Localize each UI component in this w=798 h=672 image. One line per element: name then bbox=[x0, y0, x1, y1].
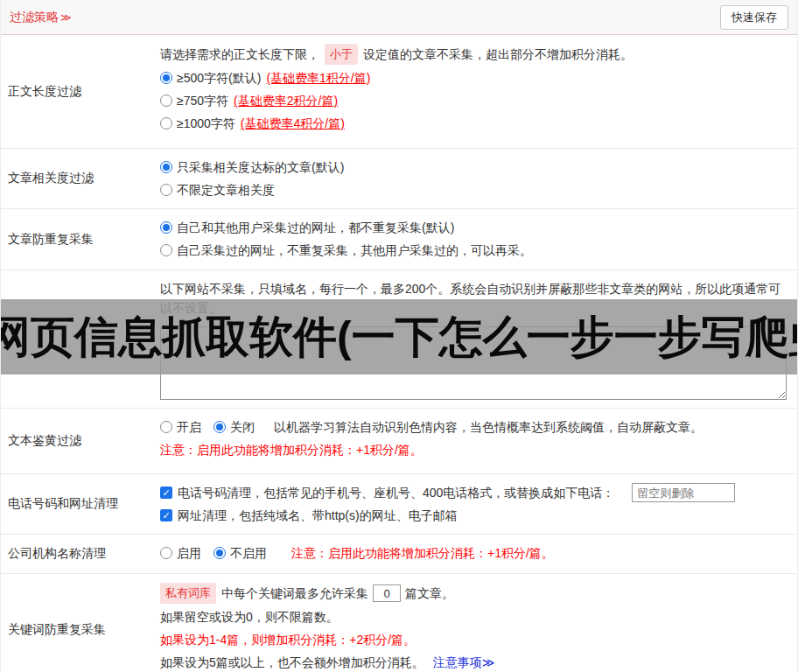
row-relevance-filter: 文章相关度过滤 只采集相关度达标的文章(默认) 不限定文章相关度 bbox=[1, 149, 797, 209]
radio-icon bbox=[214, 547, 226, 559]
radio-label: ≥500字符(默认) bbox=[177, 68, 261, 88]
radio-company-enable[interactable]: 启用 bbox=[160, 543, 201, 563]
quick-save-button[interactable]: 快速保存 bbox=[720, 5, 788, 30]
radio-label: 关闭 bbox=[230, 417, 255, 437]
row-keyword-dedup: 关键词防重复采集 私有词库 中每个关键词最多允许采集 篇文章。 如果留空或设为0… bbox=[1, 574, 797, 672]
filter-strategy-page: 过滤策略≫ 快速保存 正文长度过滤 请选择需求的正文长度下限， 小于 设定值的文… bbox=[0, 0, 798, 672]
radio-label: 自己和其他用户采集过的网址，都不重复采集(默认) bbox=[177, 218, 454, 237]
row-company-name-cleanup: 公司机构名称清理 启用 不启用 注意：启用此功能将增加积分消耗：+1积分/篇。 bbox=[1, 535, 797, 574]
radio-company-disable[interactable]: 不启用 bbox=[214, 543, 267, 563]
radio-label: ≥750字符 bbox=[177, 91, 228, 110]
body-length-intro: 请选择需求的正文长度下限， 小于 设定值的文章不采集，超出部分不增加积分消耗。 bbox=[160, 44, 788, 65]
radio-icon bbox=[160, 244, 172, 256]
porn-filter-note: 注意：启用此功能将增加积分消耗：+1积分/篇。 bbox=[160, 440, 423, 459]
keyword-line1-post: 篇文章。 bbox=[405, 584, 454, 603]
keyword-max-count-input[interactable] bbox=[373, 584, 401, 602]
company-note: 注意：启用此功能将增加积分消耗：+1积分/篇。 bbox=[291, 543, 554, 563]
checkbox-label: 电话号码清理，包括常见的手机号、座机号、400电话格式，或替换成如下电话： bbox=[178, 483, 614, 502]
keyword-label: 关键词防重复采集 bbox=[1, 574, 151, 672]
radio-icon bbox=[214, 421, 226, 433]
row-body-length-filter: 正文长度过滤 请选择需求的正文长度下限， 小于 设定值的文章不采集，超出部分不增… bbox=[1, 35, 797, 149]
radio-option-500-chars[interactable]: ≥500字符(默认) (基础费率1积分/篇) bbox=[160, 68, 370, 88]
radio-label: 不启用 bbox=[230, 543, 267, 563]
less-than-tag: 小于 bbox=[325, 44, 358, 65]
phone-url-label: 电话号码和网址清理 bbox=[1, 474, 151, 534]
row-phone-url-cleanup: 电话号码和网址清理 电话号码清理，包括常见的手机号、座机号、400电话格式，或替… bbox=[1, 474, 797, 535]
radio-porn-off[interactable]: 关闭 bbox=[214, 417, 255, 437]
radio-icon bbox=[160, 161, 172, 173]
intro-text-post: 设定值的文章不采集，超出部分不增加积分消耗。 bbox=[363, 45, 633, 64]
checkbox-icon bbox=[160, 509, 172, 522]
intro-text-pre: 请选择需求的正文长度下限， bbox=[160, 45, 319, 64]
watermark-overlay: 网页信息抓取软件(一下怎么一步一步写爬虫(head bbox=[1, 299, 797, 374]
keyword-line4: 如果设为5篇或以上，也不会额外增加积分消耗。 bbox=[160, 653, 424, 672]
radio-icon bbox=[160, 547, 172, 559]
radio-icon bbox=[160, 72, 172, 84]
notes-link[interactable]: 注意事项≫ bbox=[433, 653, 495, 672]
checkbox-label: 网址清理，包括纯域名、带http(s)的网址、电子邮箱 bbox=[178, 506, 458, 525]
tab-filter-strategy[interactable]: 过滤策略≫ bbox=[10, 10, 72, 25]
radio-porn-on[interactable]: 开启 bbox=[160, 417, 201, 437]
row-dedup-filter: 文章防重复采集 自己和其他用户采集过的网址，都不重复采集(默认) 自己采集过的网… bbox=[1, 209, 797, 270]
radio-label: 自己采集过的网址，不重复采集，其他用户采集过的，可以再采。 bbox=[177, 241, 532, 260]
checkbox-icon bbox=[160, 486, 172, 499]
replacement-phone-input[interactable] bbox=[632, 483, 735, 502]
checkbox-url-cleanup[interactable]: 网址清理，包括纯域名、带http(s)的网址、电子邮箱 bbox=[160, 506, 458, 525]
page-title: 过滤策略 bbox=[10, 10, 59, 24]
radio-dedup-self-only[interactable]: 自己采集过的网址，不重复采集，其他用户采集过的，可以再采。 bbox=[160, 241, 532, 260]
porn-filter-desc: 以机器学习算法自动识别色情内容，当色情概率达到系统阈值，自动屏蔽文章。 bbox=[274, 417, 703, 437]
porn-filter-label: 文本鉴黄过滤 bbox=[1, 409, 151, 473]
keyword-line2: 如果留空或设为0，则不限篇数。 bbox=[160, 607, 339, 626]
relevance-label: 文章相关度过滤 bbox=[1, 149, 151, 208]
radio-relevance-any[interactable]: 不限定文章相关度 bbox=[160, 180, 275, 200]
topbar: 过滤策略≫ 快速保存 bbox=[1, 0, 797, 35]
checkbox-phone-cleanup[interactable]: 电话号码清理，包括常见的手机号、座机号、400电话格式，或替换成如下电话： bbox=[160, 483, 614, 502]
dedup-label: 文章防重复采集 bbox=[1, 209, 151, 270]
radio-dedup-all-users[interactable]: 自己和其他用户采集过的网址，都不重复采集(默认) bbox=[160, 218, 454, 237]
radio-relevance-strict[interactable]: 只采集相关度达标的文章(默认) bbox=[160, 158, 344, 177]
fee-rate-link[interactable]: (基础费率1积分/篇) bbox=[266, 68, 370, 88]
radio-icon bbox=[160, 221, 172, 234]
keyword-line1-text: 中每个关键词最多允许采集 bbox=[221, 584, 368, 603]
watermark-text: 网页信息抓取软件(一下怎么一步一步写爬虫(head bbox=[1, 308, 797, 367]
radio-icon bbox=[160, 184, 172, 196]
radio-label: ≥1000字符 bbox=[177, 114, 235, 133]
radio-icon bbox=[160, 94, 172, 107]
body-length-label: 正文长度过滤 bbox=[1, 35, 151, 148]
radio-icon bbox=[160, 421, 172, 433]
radio-label: 只采集相关度达标的文章(默认) bbox=[177, 158, 344, 177]
radio-label: 启用 bbox=[177, 543, 201, 563]
fee-rate-link[interactable]: (基础费率2积分/篇) bbox=[234, 91, 338, 110]
private-lexicon-tag: 私有词库 bbox=[160, 583, 216, 604]
keyword-line3-note: 如果设为1-4篇，则增加积分消耗：+2积分/篇。 bbox=[160, 630, 416, 649]
radio-label: 不限定文章相关度 bbox=[177, 180, 275, 200]
company-label: 公司机构名称清理 bbox=[1, 535, 151, 573]
row-porn-filter: 文本鉴黄过滤 开启 关闭 以机器学习算法自动识别色情内容，当色情概率达到系统阈值… bbox=[1, 409, 797, 474]
radio-option-750-chars[interactable]: ≥750字符 (基础费率2积分/篇) bbox=[160, 91, 338, 110]
radio-label: 开启 bbox=[177, 417, 201, 437]
fee-rate-link[interactable]: (基础费率4积分/篇) bbox=[241, 114, 345, 133]
radio-option-1000-chars[interactable]: ≥1000字符 (基础费率4积分/篇) bbox=[160, 114, 345, 133]
radio-icon bbox=[160, 117, 172, 130]
chevron-double-icon: ≫ bbox=[60, 11, 72, 24]
